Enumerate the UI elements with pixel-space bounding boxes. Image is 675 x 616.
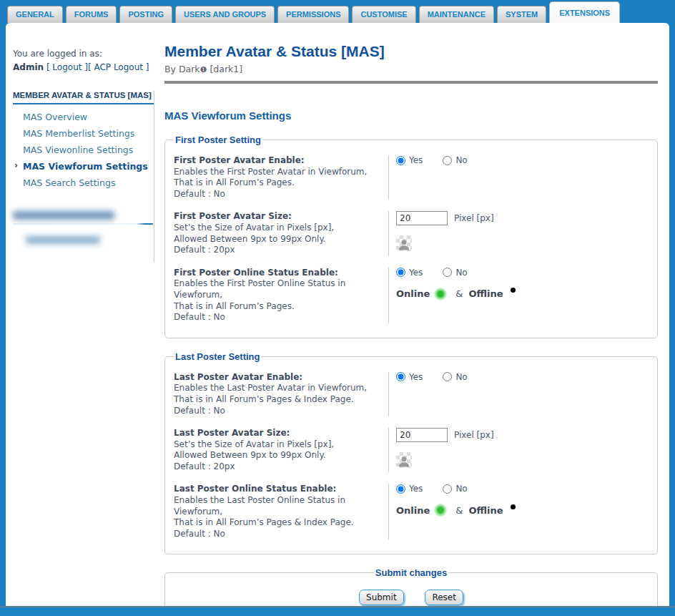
last-poster-online-status-no[interactable]: No xyxy=(443,484,467,494)
setting-row: Last Poster Avatar Size: Set’s the Size … xyxy=(174,428,649,472)
last-poster-online-status-yes[interactable]: Yes xyxy=(396,484,423,494)
online-indicator-icon xyxy=(434,504,447,517)
sidebar-item-mas-overview[interactable]: MAS Overview xyxy=(13,109,154,125)
last-poster-avatar-enable-label: Last Poster Avatar Enable: xyxy=(174,372,381,383)
first-poster-avatar-enable-no-radio[interactable] xyxy=(443,156,452,165)
tab-customise[interactable]: CUSTOMISE xyxy=(352,6,415,23)
status-demo: Online & Offline xyxy=(396,288,649,300)
byline: By Dark❶ [dark1] xyxy=(164,64,658,74)
logged-in-block: You are logged in as: Admin [ Logout ][ … xyxy=(13,47,154,74)
setting-row: Last Poster Avatar Enable: Enables the L… xyxy=(174,372,649,416)
setting-row: First Poster Avatar Size: Set’s the Size… xyxy=(174,211,649,255)
sidebar-item-mas-viewforum-settings[interactable]: › MAS Viewforum Settings xyxy=(13,158,154,175)
first-poster-avatar-size-input[interactable] xyxy=(396,211,448,225)
avatar-placeholder-icon xyxy=(396,235,412,251)
sidebar-menu-block: MEMBER AVATAR & STATUS [MAS] MAS Overvie… xyxy=(13,91,154,263)
last-poster-avatar-enable-yes-radio[interactable] xyxy=(396,372,405,381)
last-poster-online-status-enable-label: Last Poster Online Status Enable: xyxy=(174,484,381,495)
last-poster-avatar-size-label: Last Poster Avatar Size: xyxy=(174,428,381,439)
last-poster-avatar-enable-no[interactable]: No xyxy=(443,372,467,382)
title-divider xyxy=(164,81,658,84)
sidebar-item-mas-search-settings[interactable]: MAS Search Settings xyxy=(13,175,154,191)
sidebar-menu-header: MEMBER AVATAR & STATUS [MAS] xyxy=(13,91,154,104)
tab-users-and-groups[interactable]: USERS AND GROUPS xyxy=(175,6,275,23)
byline-prefix: By Dark xyxy=(164,64,200,74)
last-poster-avatar-size-input[interactable] xyxy=(396,428,448,442)
first-poster-online-status-yes[interactable]: Yes xyxy=(396,268,423,278)
tab-general[interactable]: GENERAL xyxy=(7,6,63,23)
last-poster-online-status-yes-radio[interactable] xyxy=(396,484,405,494)
byline-user: [dark1] xyxy=(210,64,242,74)
online-indicator-icon xyxy=(434,288,447,300)
last-poster-online-status-no-radio[interactable] xyxy=(443,484,452,494)
setting-row: First Poster Avatar Enable: Enables the … xyxy=(174,155,649,200)
first-poster-online-status-yes-radio[interactable] xyxy=(396,268,405,277)
logout-link[interactable]: [ Logout ] xyxy=(46,62,88,72)
pixel-unit-label: Pixel [px] xyxy=(454,213,494,223)
last-poster-setting-fieldset: Last Poster Setting Last Poster Avatar E… xyxy=(164,351,658,555)
tab-posting[interactable]: POSTING xyxy=(119,6,172,23)
first-poster-avatar-enable-no[interactable]: No xyxy=(443,155,467,165)
offline-indicator-icon xyxy=(511,288,516,293)
first-poster-avatar-enable-yes-radio[interactable] xyxy=(396,156,405,165)
first-poster-online-status-no-radio[interactable] xyxy=(443,268,452,277)
blurred-section-header xyxy=(13,211,114,220)
page-title: Member Avatar & Status [MAS] xyxy=(164,43,658,60)
tab-maintenance[interactable]: MAINTENANCE xyxy=(419,6,494,23)
first-poster-online-status-no[interactable]: No xyxy=(443,268,467,278)
submit-changes-legend: Submit changes xyxy=(374,567,448,578)
tab-extensions[interactable]: EXTENSIONS xyxy=(549,1,620,23)
acp-logout-link[interactable]: [ ACP Logout ] xyxy=(88,62,149,72)
offline-indicator-icon xyxy=(511,504,516,509)
last-poster-avatar-enable-no-radio[interactable] xyxy=(443,372,452,381)
first-poster-setting-legend: First Poster Setting xyxy=(174,135,262,145)
last-poster-avatar-enable-yes[interactable]: Yes xyxy=(396,372,423,382)
status-demo: Online & Offline xyxy=(396,504,649,517)
sidebar: You are logged in as: Admin [ Logout ][ … xyxy=(6,23,154,606)
blurred-section-underline xyxy=(13,223,153,225)
pixel-unit-label: Pixel [px] xyxy=(454,430,494,440)
first-poster-avatar-size-label: First Poster Avatar Size: xyxy=(174,211,381,223)
author-one-icon: ❶ xyxy=(200,65,207,74)
acp-tab-bar: GENERAL FORUMS POSTING USERS AND GROUPS … xyxy=(0,0,675,23)
submit-button[interactable]: Submit xyxy=(359,590,404,605)
blurred-menu-item[interactable] xyxy=(26,236,100,244)
sidebar-menu-list: MAS Overview MAS Memberlist Settings MAS… xyxy=(13,109,154,191)
section-heading: MAS Viewforum Settings xyxy=(164,109,658,122)
logged-in-label: You are logged in as: xyxy=(13,47,154,61)
bottom-bar xyxy=(0,606,675,616)
last-poster-setting-legend: Last Poster Setting xyxy=(174,351,261,362)
first-poster-online-status-enable-label: First Poster Online Status Enable: xyxy=(174,268,381,279)
submit-changes-fieldset: Submit changes Submit Reset xyxy=(164,567,658,606)
first-poster-avatar-enable-yes[interactable]: Yes xyxy=(396,155,423,165)
reset-button[interactable]: Reset xyxy=(425,590,463,605)
sidebar-item-mas-memberlist-settings[interactable]: MAS Memberlist Settings xyxy=(13,125,154,142)
logged-in-username: Admin xyxy=(13,62,44,72)
first-poster-avatar-enable-label: First Poster Avatar Enable: xyxy=(174,155,381,167)
setting-row: Last Poster Online Status Enable: Enable… xyxy=(174,484,649,539)
tab-forums[interactable]: FORUMS xyxy=(66,6,117,23)
first-poster-setting-fieldset: First Poster Setting First Poster Avatar… xyxy=(164,135,658,338)
tab-permissions[interactable]: PERMISSIONS xyxy=(277,6,349,23)
acp-page: You are logged in as: Admin [ Logout ][ … xyxy=(6,23,669,606)
active-item-arrow-icon: › xyxy=(14,160,18,170)
setting-row: First Poster Online Status Enable: Enabl… xyxy=(174,268,649,323)
main-content: Member Avatar & Status [MAS] By Dark❶ [d… xyxy=(154,23,669,606)
sidebar-item-mas-viewonline-settings[interactable]: MAS Viewonline Settings xyxy=(13,142,154,158)
avatar-placeholder-icon xyxy=(396,452,412,468)
tab-system[interactable]: SYSTEM xyxy=(497,6,546,23)
